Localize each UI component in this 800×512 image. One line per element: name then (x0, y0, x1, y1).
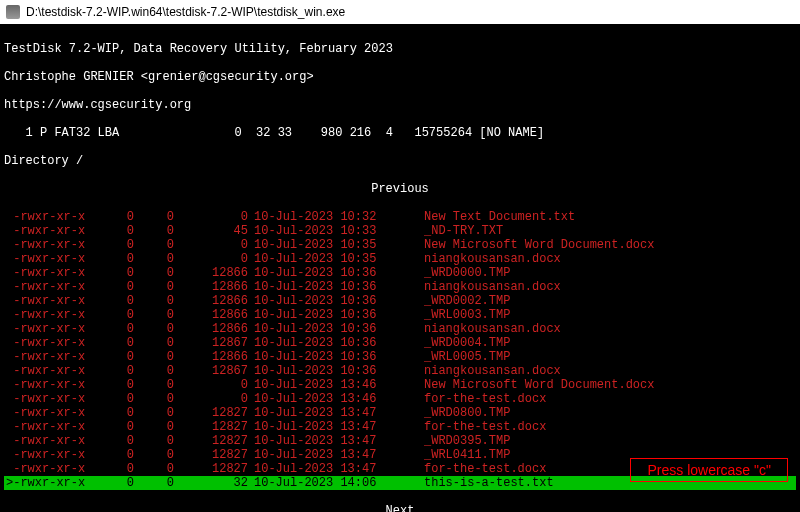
file-datetime: 10-Jul-2023 13:47 (254, 420, 424, 434)
file-datetime: 10-Jul-2023 10:36 (254, 308, 424, 322)
file-datetime: 10-Jul-2023 13:47 (254, 406, 424, 420)
window-title: D:\testdisk-7.2-WIP.win64\testdisk-7.2-W… (26, 5, 345, 19)
terminal[interactable]: TestDisk 7.2-WIP, Data Recovery Utility,… (0, 24, 800, 512)
file-datetime: 10-Jul-2023 13:47 (254, 434, 424, 448)
file-uid: 0 (104, 308, 144, 322)
file-datetime: 10-Jul-2023 10:36 (254, 350, 424, 364)
file-name: niangkousansan.docx (424, 252, 796, 266)
file-perm: -rwxr-xr-x (4, 336, 104, 350)
file-perm: -rwxr-xr-x (4, 392, 104, 406)
file-perm: -rwxr-xr-x (4, 294, 104, 308)
file-name: niangkousansan.docx (424, 322, 796, 336)
file-gid: 0 (144, 294, 184, 308)
file-uid: 0 (104, 210, 144, 224)
file-size: 12867 (184, 364, 254, 378)
file-perm: -rwxr-xr-x (4, 210, 104, 224)
file-datetime: 10-Jul-2023 14:06 (254, 476, 424, 490)
file-size: 32 (184, 476, 254, 490)
file-uid: 0 (104, 420, 144, 434)
file-size: 45 (184, 224, 254, 238)
file-gid: 0 (144, 252, 184, 266)
file-gid: 0 (144, 336, 184, 350)
file-gid: 0 (144, 322, 184, 336)
file-row[interactable]: -rwxr-xr-x001286610-Jul-2023 10:36niangk… (4, 280, 796, 294)
file-gid: 0 (144, 364, 184, 378)
app-header-line: TestDisk 7.2-WIP, Data Recovery Utility,… (4, 42, 796, 56)
file-size: 12827 (184, 406, 254, 420)
file-row[interactable]: -rwxr-xr-x001282710-Jul-2023 13:47for-th… (4, 420, 796, 434)
file-perm: -rwxr-xr-x (4, 378, 104, 392)
file-name: _WRL0005.TMP (424, 350, 796, 364)
file-row[interactable]: -rwxr-xr-x001286610-Jul-2023 10:36_WRD00… (4, 266, 796, 280)
file-row[interactable]: -rwxr-xr-x004510-Jul-2023 10:33_ND-TRY.T… (4, 224, 796, 238)
file-gid: 0 (144, 280, 184, 294)
file-gid: 0 (144, 308, 184, 322)
file-uid: 0 (104, 336, 144, 350)
file-perm: -rwxr-xr-x (4, 252, 104, 266)
file-list[interactable]: -rwxr-xr-x00010-Jul-2023 10:32New Text D… (4, 210, 796, 490)
file-perm: >-rwxr-xr-x (4, 476, 104, 490)
file-name: _WRD0800.TMP (424, 406, 796, 420)
file-perm: -rwxr-xr-x (4, 350, 104, 364)
file-row[interactable]: -rwxr-xr-x001286710-Jul-2023 10:36_WRD00… (4, 336, 796, 350)
file-row[interactable]: -rwxr-xr-x001282710-Jul-2023 13:47_WRD03… (4, 434, 796, 448)
file-size: 12827 (184, 420, 254, 434)
file-row[interactable]: -rwxr-xr-x001286610-Jul-2023 10:36niangk… (4, 322, 796, 336)
file-uid: 0 (104, 434, 144, 448)
file-row[interactable]: -rwxr-xr-x00010-Jul-2023 10:35niangkousa… (4, 252, 796, 266)
file-row[interactable]: -rwxr-xr-x001286610-Jul-2023 10:36_WRL00… (4, 308, 796, 322)
file-name: New Microsoft Word Document.docx (424, 378, 796, 392)
file-row[interactable]: -rwxr-xr-x001286610-Jul-2023 10:36_WRD00… (4, 294, 796, 308)
file-name: _WRD0004.TMP (424, 336, 796, 350)
file-row[interactable]: -rwxr-xr-x00010-Jul-2023 13:46for-the-te… (4, 392, 796, 406)
file-datetime: 10-Jul-2023 10:32 (254, 210, 424, 224)
file-gid: 0 (144, 266, 184, 280)
author-line: Christophe GRENIER <grenier@cgsecurity.o… (4, 70, 796, 84)
file-datetime: 10-Jul-2023 10:35 (254, 252, 424, 266)
file-size: 0 (184, 210, 254, 224)
file-datetime: 10-Jul-2023 10:35 (254, 238, 424, 252)
file-size: 0 (184, 392, 254, 406)
file-name: _WRD0002.TMP (424, 294, 796, 308)
file-perm: -rwxr-xr-x (4, 308, 104, 322)
file-datetime: 10-Jul-2023 13:47 (254, 462, 424, 476)
file-row[interactable]: -rwxr-xr-x00010-Jul-2023 10:32New Text D… (4, 210, 796, 224)
file-size: 0 (184, 252, 254, 266)
file-size: 12866 (184, 280, 254, 294)
file-name: for-the-test.docx (424, 420, 796, 434)
file-row[interactable]: -rwxr-xr-x00010-Jul-2023 13:46New Micros… (4, 378, 796, 392)
file-perm: -rwxr-xr-x (4, 434, 104, 448)
file-size: 0 (184, 378, 254, 392)
file-size: 12866 (184, 308, 254, 322)
file-size: 12827 (184, 434, 254, 448)
file-uid: 0 (104, 378, 144, 392)
file-datetime: 10-Jul-2023 10:36 (254, 266, 424, 280)
file-row[interactable]: -rwxr-xr-x001286710-Jul-2023 10:36niangk… (4, 364, 796, 378)
file-gid: 0 (144, 392, 184, 406)
file-row[interactable]: -rwxr-xr-x00010-Jul-2023 10:35New Micros… (4, 238, 796, 252)
file-row[interactable]: -rwxr-xr-x001282710-Jul-2023 13:47_WRD08… (4, 406, 796, 420)
file-perm: -rwxr-xr-x (4, 280, 104, 294)
file-datetime: 10-Jul-2023 13:47 (254, 448, 424, 462)
file-datetime: 10-Jul-2023 10:36 (254, 336, 424, 350)
file-name: niangkousansan.docx (424, 364, 796, 378)
file-uid: 0 (104, 294, 144, 308)
previous-label[interactable]: Previous (4, 182, 796, 196)
file-uid: 0 (104, 462, 144, 476)
file-name: _WRD0395.TMP (424, 434, 796, 448)
file-perm: -rwxr-xr-x (4, 420, 104, 434)
file-gid: 0 (144, 238, 184, 252)
file-name: _WRD0000.TMP (424, 266, 796, 280)
file-uid: 0 (104, 266, 144, 280)
file-size: 12827 (184, 448, 254, 462)
next-label[interactable]: Next (4, 504, 796, 512)
file-row[interactable]: -rwxr-xr-x001286610-Jul-2023 10:36_WRL00… (4, 350, 796, 364)
file-perm: -rwxr-xr-x (4, 462, 104, 476)
file-gid: 0 (144, 210, 184, 224)
file-uid: 0 (104, 252, 144, 266)
file-uid: 0 (104, 350, 144, 364)
file-datetime: 10-Jul-2023 10:36 (254, 322, 424, 336)
file-perm: -rwxr-xr-x (4, 406, 104, 420)
file-datetime: 10-Jul-2023 10:36 (254, 294, 424, 308)
file-uid: 0 (104, 392, 144, 406)
